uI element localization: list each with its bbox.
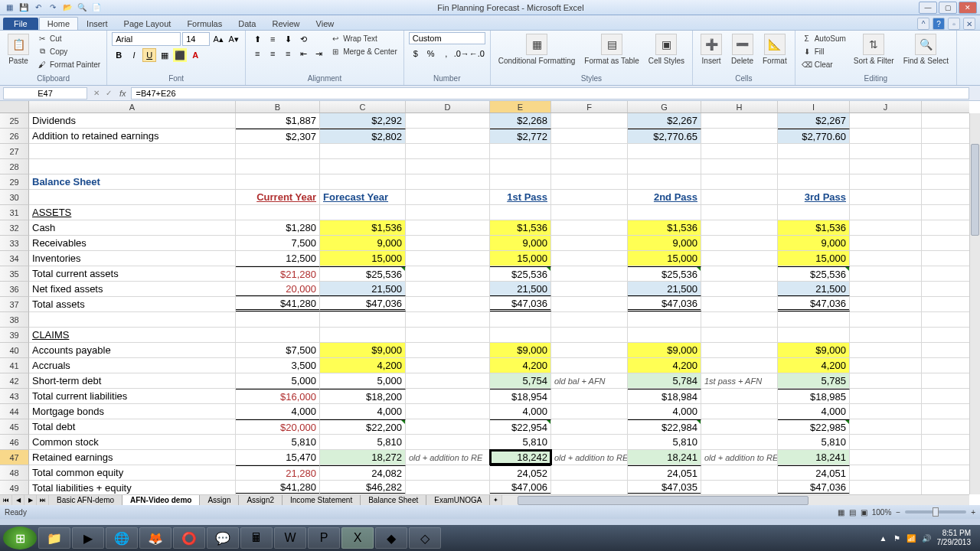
cell[interactable]: 4,000 [490,404,551,419]
cell[interactable] [701,465,778,480]
cell[interactable]: $46,282 [320,481,406,494]
cell[interactable] [406,481,490,494]
cell[interactable]: Forecast Year [320,190,406,204]
cell[interactable] [701,404,778,419]
cell[interactable] [850,266,922,281]
row-header[interactable]: 36 [0,282,29,297]
cell[interactable] [551,220,628,235]
view-layout-icon[interactable]: ▤ [849,508,856,517]
cell[interactable]: 24,052 [490,465,551,480]
sheet-tab[interactable]: AFN-Video demo [122,495,200,506]
cell[interactable]: $9,000 [320,343,406,357]
cell[interactable] [29,190,236,204]
cell[interactable]: $22,985 [778,419,850,434]
app2-icon[interactable]: ◇ [409,527,441,549]
chrome-icon[interactable]: ⭕ [173,527,205,549]
cell[interactable]: CLAIMS [29,328,236,342]
explorer-icon[interactable]: 📁 [38,527,70,549]
cell[interactable]: $20,000 [236,419,320,434]
cell[interactable] [701,144,778,158]
cell[interactable]: 15,000 [490,251,551,266]
row-header[interactable]: 48 [0,465,29,481]
formula-input[interactable]: =B47+E26 [131,87,969,99]
row-header[interactable]: 44 [0,404,29,419]
cancel-icon[interactable]: ✕ [90,89,103,97]
indent-decrease-icon[interactable]: ⇤ [296,47,310,60]
cell[interactable]: Total common equity [29,465,236,480]
cell[interactable] [406,205,490,220]
col-header-G[interactable]: G [628,101,701,112]
insert-tab[interactable]: Insert [79,18,116,30]
file-tab[interactable]: File [3,18,38,30]
row-header[interactable]: 34 [0,251,29,266]
cell[interactable] [406,419,490,434]
cell[interactable]: 5,000 [320,373,406,388]
cell[interactable] [406,236,490,250]
cell[interactable] [551,144,628,158]
insert-cells-button[interactable]: ➕Insert [697,32,725,67]
cell[interactable]: $1,536 [320,220,406,235]
cell[interactable]: 9,000 [778,236,850,250]
cell[interactable] [406,435,490,449]
cell[interactable] [628,144,701,158]
cell[interactable] [490,205,551,220]
sheet-tab[interactable]: Income Statement [283,495,361,506]
cell[interactable]: 21,500 [778,282,850,296]
sheet-prev-icon[interactable]: ◀ [12,495,24,506]
cell[interactable]: $1,536 [490,220,551,235]
review-tab[interactable]: Review [264,18,307,30]
cell[interactable]: $47,036 [320,297,406,311]
cell[interactable] [628,312,701,327]
cell[interactable]: 1st Pass [490,190,551,204]
cell[interactable]: 7,500 [236,236,320,250]
format-as-table-button[interactable]: ▤Format as Table [581,32,642,67]
new-icon[interactable]: 📄 [90,2,103,14]
cell[interactable]: 24,082 [320,465,406,480]
cell[interactable]: $2,802 [320,129,406,143]
restore-window-icon[interactable]: ▫ [948,18,960,30]
sheet-tab[interactable]: Assign2 [239,495,283,506]
cell[interactable]: Short-term debt [29,373,236,388]
sheet-tab[interactable]: Assign [200,495,239,506]
cell[interactable]: $2,268 [490,113,551,128]
cell[interactable] [701,297,778,311]
excel-task-icon[interactable]: X [341,527,374,549]
cell[interactable] [490,159,551,174]
number-format-select[interactable] [409,32,485,44]
cell[interactable]: 5,810 [490,435,551,449]
col-header-F[interactable]: F [551,101,628,112]
cell[interactable]: 9,000 [628,236,701,250]
row-header[interactable]: 39 [0,328,29,343]
decrease-font-icon[interactable]: A▾ [227,32,240,46]
row-header[interactable]: 28 [0,159,29,174]
cell[interactable]: 21,500 [490,282,551,296]
cell[interactable] [406,266,490,281]
close-button[interactable]: ✕ [959,2,977,14]
cell[interactable]: old + addition to RE [701,450,778,465]
cell[interactable]: 12,500 [236,251,320,266]
cell[interactable] [406,312,490,327]
orientation-icon[interactable]: ⟲ [296,32,310,46]
clock[interactable]: 8:51 PM7/29/2013 [937,529,972,547]
cell[interactable]: Cash [29,220,236,235]
cell[interactable]: $25,536 [320,266,406,281]
cell[interactable]: 15,000 [628,251,701,266]
cell[interactable] [850,404,922,419]
zoom-in-icon[interactable]: + [971,508,975,517]
name-box[interactable]: E47 [3,87,87,99]
row-header[interactable]: 47 [0,450,29,465]
align-right-icon[interactable]: ≡ [281,47,295,60]
cell[interactable] [406,129,490,143]
cell[interactable] [236,328,320,342]
cell[interactable] [490,174,551,189]
cell[interactable]: Accounts payable [29,343,236,357]
cell[interactable] [551,190,628,204]
help-icon[interactable]: ? [933,18,945,30]
cell[interactable] [551,328,628,342]
cell[interactable] [850,389,922,403]
cell[interactable]: $18,954 [490,389,551,403]
cell[interactable] [406,282,490,296]
cell[interactable]: $18,984 [628,389,701,403]
align-bottom-icon[interactable]: ⬇ [281,32,295,46]
cell[interactable] [320,328,406,342]
